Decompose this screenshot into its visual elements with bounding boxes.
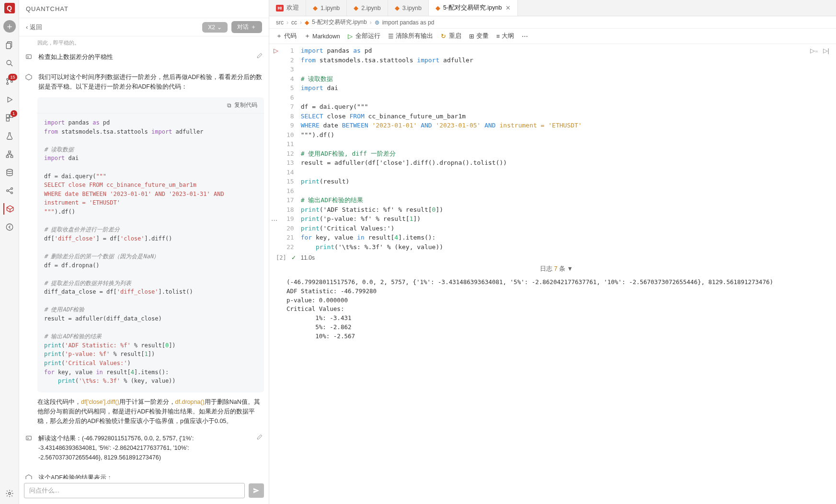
tab-1[interactable]: ◆1.ipynb (306, 0, 347, 16)
svg-rect-8 (6, 118, 9, 121)
chat-title: QUANTCHAT (19, 0, 269, 18)
extensions-icon[interactable]: 1 (4, 112, 15, 124)
x2-button[interactable]: X2⌄ (202, 22, 228, 33)
svg-rect-18 (26, 55, 32, 58)
run-debug-icon[interactable] (4, 94, 15, 105)
assistant-icon (25, 73, 34, 82)
tab-label: 欢迎 (286, 4, 299, 12)
tb-label: 全部运行 (355, 32, 380, 40)
breadcrumb[interactable]: src› cc› ◆5-配对交易研究.ipynb› ⊚import pandas… (269, 16, 836, 29)
svg-rect-19 (26, 436, 32, 440)
exec-count: [2] (276, 254, 286, 261)
assistant-2-intro: 这个ADF检验的结果表示： (38, 473, 263, 479)
cell-more-icon[interactable]: ⋯ (271, 217, 277, 224)
crumb-src[interactable]: src (276, 19, 284, 26)
tab-5[interactable]: ◆5-配对交易研究.ipynb✕ (429, 0, 518, 16)
svg-point-16 (6, 224, 13, 230)
copy-icon[interactable]: ⧉ (227, 102, 231, 109)
run-all-button[interactable]: ▷全部运行 (348, 32, 380, 40)
notebook-icon: ◆ (313, 4, 318, 11)
assistant-icon (25, 474, 34, 479)
tb-label: 大纲 (502, 32, 514, 40)
crumb-file[interactable]: 5-配对交易研究.ipynb (312, 18, 367, 26)
add-markdown-button[interactable]: ＋Markdown (304, 32, 340, 40)
check-icon: ✓ (291, 254, 296, 261)
log-bar[interactable]: 日志 7 条 ▼ (286, 263, 826, 276)
code-cell[interactable]: 12345678910111213141516171819202122 impo… (286, 46, 826, 252)
activity-bar: Q ＋ 15 1 (0, 0, 19, 504)
chat-panel: QUANTCHAT ‹返回 X2⌄ 对话＋ 因此，即平稳的。 检查如上数据差分的… (19, 0, 269, 504)
tb-label: 代码 (284, 32, 297, 40)
code-content: import pandas as pd from statsmodels.tsa… (37, 114, 264, 392)
run-cell-icon[interactable]: ▷ (274, 47, 278, 54)
crumb-symbol[interactable]: import pandas as pd (382, 19, 435, 26)
notebook-icon: ◆ (435, 4, 440, 11)
database-icon[interactable] (4, 167, 15, 178)
source-control-icon[interactable]: 15 (4, 76, 15, 87)
assistant-message-1: 我们可以对这个时间序列数据进行一阶差分，然后再做ADF检验，看看差分后的数据是否… (38, 72, 263, 92)
chat-body[interactable]: 因此，即平稳的。 检查如上数据差分的平稳性 我们可以对这个时间序列数据进行一阶差… (19, 36, 269, 479)
edit-icon[interactable] (256, 52, 263, 59)
tab-2[interactable]: ◆2.ipynb (347, 0, 388, 16)
user-message-2: 解读这个结果：(-46.79928011517576, 0.0, 2, 5757… (38, 434, 249, 462)
code-block: ⧉复制代码 import pandas as pd from statsmode… (37, 97, 264, 392)
back-label: 返回 (30, 23, 42, 32)
svg-rect-9 (8, 151, 11, 153)
cell-output: (-46.79928011517576, 0.0, 2, 5757, {'1%'… (286, 276, 826, 350)
tab-label: 1.ipynb (321, 5, 340, 11)
copy-code-button[interactable]: 复制代码 (234, 101, 257, 109)
restart-button[interactable]: ↻重启 (441, 32, 461, 40)
tb-label: Markdown (312, 33, 340, 40)
share-icon[interactable] (4, 185, 15, 196)
user-message-1: 检查如上数据差分的平稳性 (38, 52, 249, 62)
search-icon[interactable] (4, 57, 15, 69)
tb-label: 清除所有输出 (396, 32, 433, 40)
crumb-cc[interactable]: cc (291, 19, 297, 26)
clear-outputs-button[interactable]: ☰清除所有输出 (388, 32, 433, 40)
back-button[interactable]: ‹返回 (26, 23, 42, 32)
exec-time: 11.0s (301, 254, 315, 261)
settings-gear-icon[interactable] (4, 488, 15, 499)
dialog-button[interactable]: 对话＋ (231, 21, 262, 33)
run-by-line-icon[interactable]: ▷₌ (810, 47, 818, 54)
flask-icon[interactable] (4, 130, 15, 142)
tab-label: 2.ipynb (361, 5, 380, 11)
timeline-icon[interactable] (4, 221, 15, 233)
notebook-icon: ◆ (395, 4, 400, 11)
user-prompt-icon (25, 435, 34, 443)
tab-label: 3.ipynb (402, 5, 422, 11)
assistant-message-1b: 在这段代码中，df['close'].diff()用于计算一阶差分，df.dro… (24, 397, 264, 426)
new-button[interactable]: ＋ (3, 20, 16, 33)
outline-button[interactable]: ≡大纲 (496, 32, 514, 40)
tb-label: 重启 (449, 32, 461, 40)
app-logo-icon[interactable]: Q (4, 3, 15, 13)
svg-point-12 (7, 169, 12, 172)
svg-rect-11 (11, 156, 13, 158)
svg-point-2 (7, 60, 11, 65)
line-numbers: 12345678910111213141516171819202122 (286, 46, 301, 252)
files-icon[interactable] (4, 39, 15, 51)
chat-icon[interactable] (3, 203, 15, 215)
dialog-label: 对话 (237, 23, 249, 31)
edit-icon[interactable] (256, 434, 263, 440)
chevron-down-icon: ⌄ (217, 24, 222, 31)
execute-below-icon[interactable]: ▷| (823, 47, 829, 54)
add-code-button[interactable]: ＋代码 (276, 32, 297, 40)
notebook-toolbar: ＋代码 ＋Markdown ▷全部运行 ☰清除所有输出 ↻重启 ⊞变量 ≡大纲 … (269, 29, 836, 44)
tab-welcome[interactable]: HI欢迎 (269, 0, 306, 16)
hierarchy-icon[interactable] (4, 149, 15, 160)
svg-point-3 (6, 79, 8, 80)
tab-3[interactable]: ◆3.ipynb (388, 0, 429, 16)
notebook[interactable]: ▷₌ ▷| ⋯ ▷ 123456789101112131415161718192… (269, 44, 836, 504)
python-icon: ⊚ (375, 19, 379, 26)
code-lines[interactable]: import pandas as pd from statsmodels.tsa… (301, 46, 582, 252)
chat-input[interactable]: 问点什么... (24, 483, 245, 498)
tab-label: 5-配对交易研究.ipynb (443, 4, 502, 12)
close-tab-icon[interactable]: ✕ (505, 4, 511, 11)
plus-icon: ＋ (251, 23, 256, 31)
svg-point-17 (8, 493, 11, 495)
svg-rect-10 (6, 156, 9, 158)
more-button[interactable]: ⋯ (522, 33, 528, 40)
send-button[interactable] (249, 483, 264, 498)
variables-button[interactable]: ⊞变量 (469, 32, 489, 40)
